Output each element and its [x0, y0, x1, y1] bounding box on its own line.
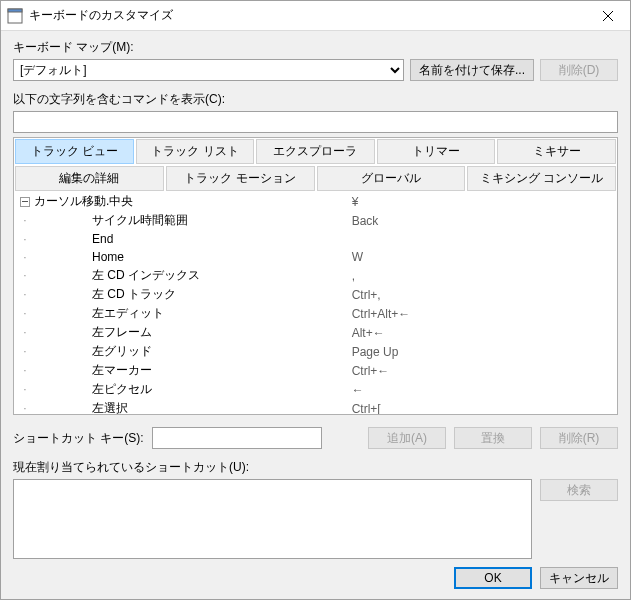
keyboard-map-select[interactable]: [デフォルト] [13, 59, 404, 81]
tree-dot-icon: · [20, 250, 30, 264]
command-label: End [34, 232, 113, 246]
command-shortcut: Alt+← [346, 323, 617, 342]
command-shortcut: , [346, 266, 617, 285]
command-label: 左エディット [34, 305, 164, 322]
command-row[interactable]: ·End [14, 230, 617, 248]
search-button: 検索 [540, 479, 618, 501]
command-label: 左マーカー [34, 362, 152, 379]
command-shortcut: Ctrl+Alt+← [346, 304, 617, 323]
close-icon [603, 11, 613, 21]
assigned-label: 現在割り当てられているショートカット(U): [13, 459, 618, 476]
tree-dot-icon: · [20, 232, 30, 246]
command-list[interactable]: カーソル移動.中央¥·サイクル時間範囲Back·End·HomeW·左 CD イ… [14, 192, 617, 414]
svg-rect-1 [8, 9, 22, 12]
command-row[interactable]: ·左 CD トラックCtrl+, [14, 285, 617, 304]
tree-dot-icon: · [20, 306, 30, 320]
tab-1[interactable]: トラック モーション [166, 166, 315, 191]
command-shortcut [346, 230, 617, 248]
shortcut-input[interactable] [152, 427, 322, 449]
tab-2[interactable]: エクスプローラ [256, 139, 375, 164]
command-label: 左ピクセル [34, 381, 152, 398]
command-shortcut: Ctrl+[ [346, 399, 617, 414]
assigned-shortcuts-list[interactable] [13, 479, 532, 559]
command-shortcut: Ctrl+← [346, 361, 617, 380]
command-row[interactable]: ·左ピクセル← [14, 380, 617, 399]
tab-0[interactable]: トラック ビュー [15, 139, 134, 164]
command-shortcut: ← [346, 380, 617, 399]
tree-dot-icon: · [20, 325, 30, 339]
tabs: トラック ビュートラック リストエクスプローラトリマーミキサー 編集の詳細トラッ… [14, 138, 617, 192]
command-row[interactable]: ·サイクル時間範囲Back [14, 211, 617, 230]
command-row[interactable]: ·左エディットCtrl+Alt+← [14, 304, 617, 323]
command-label: Home [34, 250, 124, 264]
command-label: 左 CD トラック [34, 286, 176, 303]
command-shortcut: Ctrl+, [346, 285, 617, 304]
list-header-row[interactable]: カーソル移動.中央¥ [14, 192, 617, 211]
command-label: サイクル時間範囲 [34, 212, 188, 229]
command-label: 左グリッド [34, 343, 152, 360]
tab-0[interactable]: 編集の詳細 [15, 166, 164, 191]
tree-dot-icon: · [20, 287, 30, 301]
tab-1[interactable]: トラック リスト [136, 139, 255, 164]
close-button[interactable] [585, 1, 630, 31]
command-shortcut: Back [346, 211, 617, 230]
command-label: 左 CD インデックス [34, 267, 200, 284]
app-icon [7, 8, 23, 24]
tree-dot-icon: · [20, 382, 30, 396]
window-title: キーボードのカスタマイズ [29, 7, 585, 24]
command-row[interactable]: ·左マーカーCtrl+← [14, 361, 617, 380]
keyboard-map-label: キーボード マップ(M): [13, 39, 618, 56]
tab-4[interactable]: ミキサー [497, 139, 616, 164]
list-header-shortcut: ¥ [346, 192, 617, 211]
filter-label: 以下の文字列を含むコマンドを表示(C): [13, 91, 618, 108]
tab-3[interactable]: ミキシング コンソール [467, 166, 616, 191]
titlebar: キーボードのカスタマイズ [1, 1, 630, 31]
tree-dot-icon: · [20, 401, 30, 414]
shortcut-keys-label: ショートカット キー(S): [13, 430, 144, 447]
command-label: 左選択 [34, 400, 128, 414]
command-label: 左フレーム [34, 324, 152, 341]
command-row[interactable]: ·左 CD インデックス, [14, 266, 617, 285]
cancel-button[interactable]: キャンセル [540, 567, 618, 589]
add-button: 追加(A) [368, 427, 446, 449]
replace-button: 置換 [454, 427, 532, 449]
command-shortcut: W [346, 248, 617, 266]
command-row[interactable]: ·HomeW [14, 248, 617, 266]
delete-map-button: 削除(D) [540, 59, 618, 81]
command-shortcut: Page Up [346, 342, 617, 361]
ok-button[interactable]: OK [454, 567, 532, 589]
command-row[interactable]: ·左フレームAlt+← [14, 323, 617, 342]
collapse-icon [20, 197, 30, 207]
filter-input[interactable] [13, 111, 618, 133]
tree-dot-icon: · [20, 363, 30, 377]
list-header-label: カーソル移動.中央 [34, 194, 133, 208]
command-row[interactable]: ·左選択Ctrl+[ [14, 399, 617, 414]
tree-dot-icon: · [20, 213, 30, 227]
save-as-button[interactable]: 名前を付けて保存... [410, 59, 534, 81]
tab-3[interactable]: トリマー [377, 139, 496, 164]
tab-2[interactable]: グローバル [317, 166, 466, 191]
command-row[interactable]: ·左グリッドPage Up [14, 342, 617, 361]
tree-dot-icon: · [20, 268, 30, 282]
tree-dot-icon: · [20, 344, 30, 358]
delete-shortcut-button: 削除(R) [540, 427, 618, 449]
